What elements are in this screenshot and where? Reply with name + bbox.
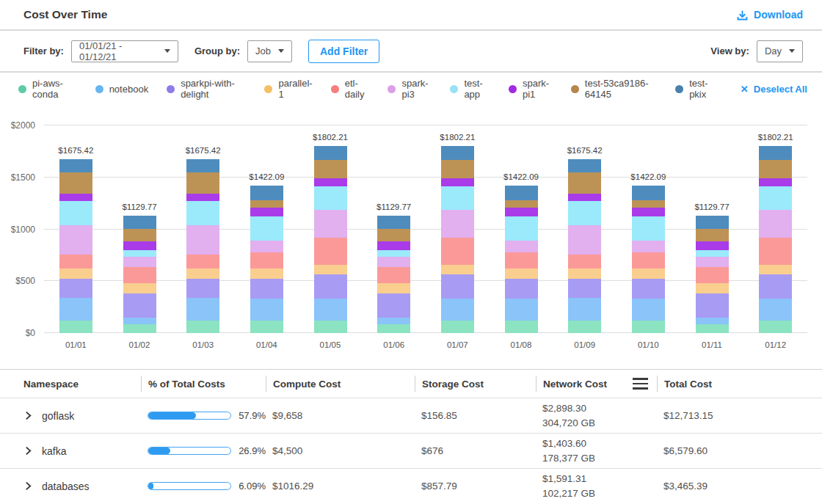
bar-segment[interactable] [632,321,665,333]
bar-segment[interactable] [505,269,538,279]
bar-segment[interactable] [696,241,729,250]
stacked-bar[interactable]: $1422.09 [505,186,538,333]
legend-item[interactable]: pi-aws-conda [18,78,77,100]
bar-segment[interactable] [568,298,601,321]
bar-segment[interactable] [759,299,792,321]
bar-segment[interactable] [441,186,474,210]
bar-segment[interactable] [59,269,92,279]
view-by-select[interactable]: Day [757,40,803,62]
bar-segment[interactable] [377,318,410,324]
legend-item[interactable]: sparkpi-with-delight [167,78,246,100]
legend-item[interactable]: test-app [450,78,490,100]
column-header-network-cost[interactable]: Network Cost [536,376,657,392]
bar-segment[interactable] [250,241,283,252]
bar-segment[interactable] [314,299,347,321]
bar-segment[interactable] [568,321,601,333]
bar-segment[interactable] [759,274,792,299]
bar-segment[interactable] [759,160,792,178]
bar-segment[interactable] [441,178,474,187]
expand-row-chevron-icon[interactable] [23,411,33,420]
bar-segment[interactable] [377,324,410,333]
bar-segment[interactable] [632,208,665,216]
stacked-bar[interactable]: $1422.09 [632,186,665,333]
legend-item[interactable]: test-53ca9186-64145 [571,78,657,100]
bar-segment[interactable] [123,318,156,324]
bar-segment[interactable] [759,265,792,274]
bar-segment[interactable] [314,160,347,178]
bar-segment[interactable] [759,238,792,265]
bar-segment[interactable] [632,252,665,269]
bar-segment[interactable] [314,238,347,265]
stacked-bar[interactable]: $1802.21 [759,146,792,333]
bar-segment[interactable] [505,200,538,208]
bar-segment[interactable] [568,269,601,279]
bar-segment[interactable] [568,201,601,225]
bar-segment[interactable] [123,250,156,257]
bar-segment[interactable] [696,216,729,229]
bar-segment[interactable] [568,172,601,194]
bar-segment[interactable] [250,208,283,216]
bar-segment[interactable] [759,178,792,187]
bar-segment[interactable] [123,293,156,317]
bar-segment[interactable] [123,241,156,250]
bar-segment[interactable] [123,267,156,283]
bar-segment[interactable] [59,172,92,194]
stacked-bar[interactable]: $1675.42 [568,159,601,333]
bar-segment[interactable] [186,279,219,298]
deselect-all-button[interactable]: ✕ Deselect All [741,84,807,95]
bar-segment[interactable] [377,250,410,257]
bar-segment[interactable] [441,146,474,160]
bar-segment[interactable] [505,216,538,241]
bar-segment[interactable] [377,257,410,267]
stacked-bar[interactable]: $1802.21 [314,146,347,333]
stacked-bar[interactable]: $1129.77 [123,216,156,333]
bar-segment[interactable] [441,160,474,178]
stacked-bar[interactable]: $1422.09 [250,186,283,333]
column-header-percent-total[interactable]: % of Total Costs [141,376,266,392]
bar-segment[interactable] [377,283,410,293]
bar-segment[interactable] [632,269,665,279]
expand-row-chevron-icon[interactable] [23,446,33,456]
bar-segment[interactable] [568,159,601,172]
download-button[interactable]: Download [736,9,803,21]
bar-segment[interactable] [314,210,347,238]
bar-segment[interactable] [250,321,283,333]
bar-segment[interactable] [186,225,219,255]
bar-segment[interactable] [123,283,156,293]
bar-segment[interactable] [59,255,92,269]
bar-segment[interactable] [441,265,474,274]
bar-segment[interactable] [186,298,219,321]
bar-segment[interactable] [186,321,219,333]
stacked-bar[interactable]: $1675.42 [59,159,92,333]
bar-segment[interactable] [123,324,156,333]
bar-segment[interactable] [632,279,665,299]
bar-segment[interactable] [123,216,156,229]
bar-segment[interactable] [632,241,665,252]
bar-segment[interactable] [59,201,92,225]
bar-segment[interactable] [186,159,219,172]
bar-segment[interactable] [632,200,665,208]
bar-segment[interactable] [377,229,410,241]
bar-segment[interactable] [59,225,92,255]
expand-row-chevron-icon[interactable] [23,481,33,491]
bar-segment[interactable] [759,210,792,238]
bar-segment[interactable] [123,229,156,241]
column-header-total-cost[interactable]: Total Cost [657,376,799,392]
bar-segment[interactable] [441,238,474,265]
bar-segment[interactable] [314,321,347,333]
legend-item[interactable]: notebook [95,84,149,95]
bar-segment[interactable] [377,293,410,317]
bar-segment[interactable] [186,172,219,194]
bar-segment[interactable] [59,321,92,333]
bar-segment[interactable] [377,241,410,250]
bar-segment[interactable] [314,265,347,274]
stacked-bar[interactable]: $1675.42 [186,159,219,333]
bar-segment[interactable] [314,274,347,299]
bar-segment[interactable] [632,216,665,241]
bar-segment[interactable] [505,241,538,252]
bar-segment[interactable] [568,255,601,269]
bar-segment[interactable] [59,298,92,321]
bar-segment[interactable] [696,318,729,324]
legend-item[interactable]: spark-pi3 [388,78,432,100]
column-header-compute-cost[interactable]: Compute Cost [266,376,415,392]
